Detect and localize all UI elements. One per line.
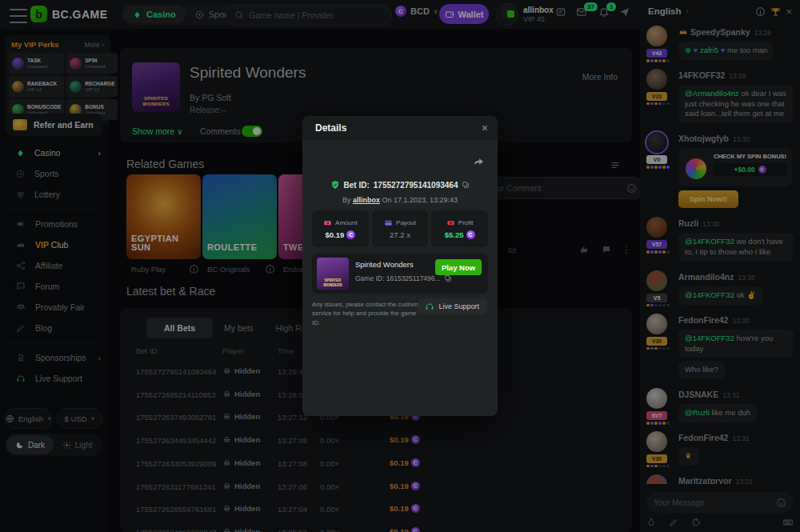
by-label: By <box>342 196 351 204</box>
modal-game-thumbnail: SPIRITED WONDERS <box>317 258 349 290</box>
bet-id-value: 1755272795141093464 <box>374 181 458 190</box>
stat-label-text: Profit <box>458 219 474 226</box>
modal-game-box: SPIRITED WONDERS Spirited Wonders Game I… <box>312 254 488 294</box>
stat-value-text: 27.2 x <box>390 230 410 239</box>
close-modal-icon[interactable]: × <box>482 122 488 134</box>
stat-label-text: Payout <box>396 219 416 226</box>
stat-value-text: $0.19 <box>325 230 344 239</box>
bcgame-app: b BC.GAME CasinoSports Game name | Provi… <box>0 0 800 532</box>
game-id-text: Game ID: 1615325117496... <box>355 274 441 282</box>
share-icon[interactable] <box>473 156 485 168</box>
modal-game-id: Game ID: 1615325117496... <box>355 274 452 282</box>
stat-amount: Amount$0.19C <box>312 210 369 247</box>
stat-label: Payout <box>384 218 416 227</box>
play-now-button[interactable]: Play Now <box>435 259 482 275</box>
thumb-caption: SPIRITED WONDERS <box>317 278 349 287</box>
money-icon <box>323 218 332 227</box>
stat-value: 27.2 x <box>390 230 410 239</box>
bet-datetime: On 17.1.2023, 13:29:43 <box>382 196 458 204</box>
bet-meta: By allinbox On 17.1.2023, 13:29:43 <box>302 196 498 204</box>
stat-payout: Payout27.2 x <box>372 210 429 247</box>
support-label: Live Support <box>438 302 479 310</box>
coin-icon: C <box>346 230 355 239</box>
stat-label: Profit <box>446 218 474 227</box>
verified-shield-icon <box>330 180 340 190</box>
modal-title: Details <box>315 122 346 134</box>
stat-label: Amount <box>323 218 358 227</box>
card-icon <box>384 218 393 227</box>
modal-game-name: Spirited Wonders <box>355 260 414 269</box>
bet-details-modal: Details × Bet ID: 1755272795141093464 By… <box>302 116 498 416</box>
stat-value: $0.19C <box>325 230 355 239</box>
stat-label-text: Amount <box>335 219 358 226</box>
copy-icon[interactable] <box>462 181 470 189</box>
stat-value-text: $5.25 <box>445 230 464 239</box>
headset-icon <box>425 302 434 311</box>
stat-value: $5.25C <box>445 230 475 239</box>
stat-profit: Profit$5.25C <box>431 210 488 247</box>
live-support-button[interactable]: Live Support <box>418 298 486 314</box>
coin-icon: C <box>466 230 475 239</box>
bet-id-label: Bet ID: <box>344 181 370 190</box>
author-link[interactable]: allinbox <box>353 196 380 204</box>
copy-icon[interactable] <box>444 274 452 282</box>
money-icon <box>446 218 455 227</box>
support-note: Any issues, please contact the customer … <box>312 300 426 327</box>
